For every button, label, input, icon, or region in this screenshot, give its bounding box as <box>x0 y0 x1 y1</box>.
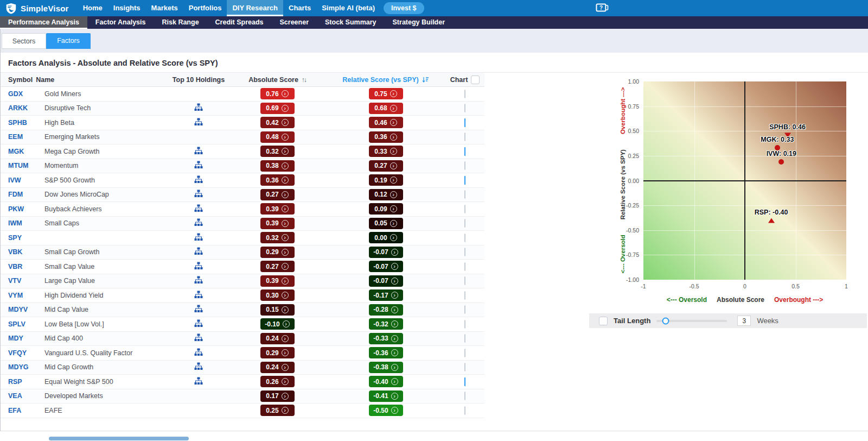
tab-sectors[interactable]: Sectors <box>2 33 46 49</box>
relative-score-badge[interactable]: -0.17› <box>369 289 403 301</box>
chart-checkbox[interactable] <box>464 363 465 371</box>
nav-item-markets[interactable]: Markets <box>146 0 183 16</box>
absolute-score-badge[interactable]: 0.27› <box>260 189 295 200</box>
symbol-cell[interactable]: GDX <box>1 90 44 98</box>
chart-checkbox[interactable] <box>464 291 465 300</box>
header-chart-checkbox[interactable] <box>471 75 480 84</box>
chart-checkbox[interactable] <box>464 104 465 112</box>
absolute-score-badge[interactable]: 0.30› <box>260 289 295 301</box>
chart-checkbox[interactable] <box>464 190 465 199</box>
absolute-score-badge[interactable]: 0.24› <box>260 333 295 344</box>
sort-updown-icon[interactable]: ↑↓ <box>302 76 306 84</box>
symbol-cell[interactable]: VYM <box>1 292 44 299</box>
top10-holdings-icon[interactable] <box>194 291 203 299</box>
relative-score-badge[interactable]: -0.40› <box>369 376 403 387</box>
top10-holdings-icon[interactable] <box>194 247 203 255</box>
chart-checkbox[interactable] <box>464 392 465 400</box>
symbol-cell[interactable]: VBK <box>1 248 44 256</box>
absolute-score-badge[interactable]: 0.36› <box>260 174 295 186</box>
chart-checkbox[interactable] <box>464 377 465 386</box>
sort-desc-icon[interactable] <box>422 77 429 83</box>
top10-holdings-icon[interactable] <box>194 147 203 155</box>
data-point-ivw[interactable] <box>778 159 784 165</box>
top10-holdings-icon[interactable] <box>194 333 203 342</box>
relative-score-badge[interactable]: -0.38› <box>369 362 403 373</box>
relative-score-badge[interactable]: 0.75› <box>369 88 403 99</box>
symbol-cell[interactable]: SPY <box>1 234 44 242</box>
symbol-cell[interactable]: MTUM <box>1 162 44 169</box>
absolute-score-badge[interactable]: 0.39› <box>260 218 295 229</box>
relative-score-badge[interactable]: -0.32› <box>369 318 403 330</box>
symbol-cell[interactable]: EFA <box>1 407 44 414</box>
absolute-score-badge[interactable]: 0.29› <box>260 247 295 258</box>
nav-item-diy-research[interactable]: DIY Research <box>227 0 283 16</box>
horizontal-scrollbar-thumb[interactable] <box>49 437 189 440</box>
chart-checkbox[interactable] <box>464 262 465 271</box>
header-relative-score[interactable]: Relative Score (vs SPY) <box>342 76 418 84</box>
symbol-cell[interactable]: SPHB <box>1 119 44 127</box>
absolute-score-badge[interactable]: 0.25› <box>260 405 295 416</box>
relative-score-badge[interactable]: 0.00› <box>369 232 403 243</box>
header-name[interactable]: Name <box>36 76 54 84</box>
subnav-item-risk-range[interactable]: Risk Range <box>154 16 207 29</box>
top10-holdings-icon[interactable] <box>194 348 203 356</box>
symbol-cell[interactable]: VFQY <box>1 349 44 357</box>
top10-holdings-icon[interactable] <box>194 262 203 270</box>
relative-score-badge[interactable]: -0.33› <box>369 333 403 344</box>
chart-checkbox[interactable] <box>464 176 465 185</box>
chart-checkbox[interactable] <box>464 234 465 242</box>
absolute-score-badge[interactable]: 0.42› <box>260 117 295 128</box>
chart-checkbox[interactable] <box>464 219 465 228</box>
nav-item-charts[interactable]: Charts <box>283 0 316 16</box>
chart-checkbox[interactable] <box>464 406 465 415</box>
absolute-score-badge[interactable]: 0.15› <box>260 304 295 316</box>
subnav-item-stock-summary[interactable]: Stock Summary <box>317 16 384 29</box>
absolute-score-badge[interactable]: 0.38› <box>260 160 295 172</box>
chart-checkbox[interactable] <box>464 248 465 256</box>
chart-checkbox[interactable] <box>464 276 465 285</box>
symbol-cell[interactable]: EEM <box>1 133 44 141</box>
top10-holdings-icon[interactable] <box>194 204 203 212</box>
quadrant-plot[interactable]: SPHB: 0.46MGK: 0.33IVW: 0.19RSP: -0.40 <box>643 81 846 280</box>
help-icon[interactable]: ? <box>596 3 609 15</box>
relative-score-badge[interactable]: 0.05› <box>369 218 403 229</box>
symbol-cell[interactable]: MDYV <box>1 306 44 313</box>
relative-score-badge[interactable]: 0.19› <box>369 174 403 186</box>
tab-factors[interactable]: Factors <box>46 33 91 49</box>
top10-holdings-icon[interactable] <box>194 276 203 284</box>
data-point-rsp[interactable] <box>768 218 775 223</box>
absolute-score-badge[interactable]: 0.69› <box>260 103 295 114</box>
symbol-cell[interactable]: IVW <box>1 177 44 184</box>
top10-holdings-icon[interactable] <box>194 377 203 385</box>
tail-length-checkbox[interactable] <box>599 317 608 325</box>
top10-holdings-icon[interactable] <box>194 103 203 111</box>
absolute-score-badge[interactable]: 0.26› <box>260 376 295 387</box>
relative-score-badge[interactable]: -0.07› <box>369 247 403 258</box>
absolute-score-badge[interactable]: 0.17› <box>260 390 295 402</box>
relative-score-badge[interactable]: 0.27› <box>369 160 403 172</box>
subnav-item-performance-analysis[interactable]: Performance Analysis <box>0 16 87 29</box>
symbol-cell[interactable]: FDM <box>1 191 44 198</box>
header-absolute-score[interactable]: Absolute Score <box>248 76 298 84</box>
chart-checkbox[interactable] <box>464 118 465 127</box>
subnav-item-screener[interactable]: Screener <box>272 16 317 29</box>
symbol-cell[interactable]: IWM <box>1 219 44 227</box>
absolute-score-badge[interactable]: 0.76› <box>260 88 295 99</box>
relative-score-badge[interactable]: 0.46› <box>369 117 403 128</box>
chart-checkbox[interactable] <box>464 133 465 141</box>
symbol-cell[interactable]: MGK <box>1 148 44 155</box>
absolute-score-badge[interactable]: 0.32› <box>260 146 295 157</box>
chart-checkbox[interactable] <box>464 90 465 98</box>
top10-holdings-icon[interactable] <box>194 118 203 126</box>
relative-score-badge[interactable]: -0.28› <box>369 304 403 316</box>
chart-checkbox[interactable] <box>464 349 465 357</box>
relative-score-badge[interactable]: 0.12› <box>369 189 403 200</box>
absolute-score-badge[interactable]: 0.29› <box>260 347 295 358</box>
relative-score-badge[interactable]: -0.07› <box>369 261 403 272</box>
top10-holdings-icon[interactable] <box>194 218 203 226</box>
top10-holdings-icon[interactable] <box>194 305 203 313</box>
chart-checkbox[interactable] <box>464 205 465 213</box>
absolute-score-badge[interactable]: 0.39› <box>260 275 295 287</box>
top10-holdings-icon[interactable] <box>194 161 203 169</box>
symbol-cell[interactable]: MDY <box>1 335 44 342</box>
